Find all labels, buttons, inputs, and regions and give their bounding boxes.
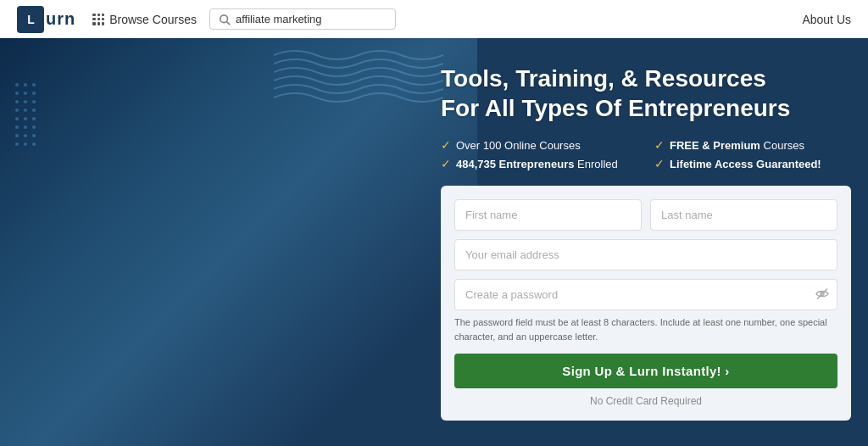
feature-item-4: ✓ Lifetime Access Guaranteed! [654,157,851,170]
check-icon-2: ✓ [654,138,665,152]
check-icon-3: ✓ [441,157,451,170]
browse-courses-button[interactable]: Browse Courses [92,13,197,26]
hero-content: Tools, Training, & ResourcesFor All Type… [0,38,868,446]
feature-text-3: 484,735 Entrepreneurs Enrolled [456,158,618,170]
svg-line-1 [227,21,231,25]
svg-line-27 [817,288,827,298]
password-wrapper [454,279,837,310]
about-us-link[interactable]: About Us [802,13,851,26]
feature-item-3: ✓ 484,735 Entrepreneurs Enrolled [441,157,637,170]
search-input[interactable] [236,13,380,25]
first-name-input[interactable] [454,199,642,231]
email-input[interactable] [454,239,837,270]
svg-point-0 [220,14,228,22]
feature-item-2: ✓ FREE & Premium Courses [654,138,851,152]
feature-text-2: FREE & Premium Courses [670,139,804,152]
check-icon-1: ✓ [441,138,451,152]
logo-text: urn [46,9,75,29]
signup-form: The password field must be at least 8 ch… [441,186,851,421]
logo[interactable]: L urn [17,6,75,33]
browse-courses-label: Browse Courses [109,13,197,26]
signup-button[interactable]: Sign Up & Lurn Instantly! › [454,354,837,388]
hero-section: Tools, Training, & ResourcesFor All Type… [0,38,868,446]
feature-item-1: ✓ Over 100 Online Courses [441,138,637,152]
search-bar[interactable] [209,8,396,30]
grid-icon [92,14,104,25]
hero-features: ✓ Over 100 Online Courses ✓ FREE & Premi… [441,138,851,170]
email-row [454,239,837,270]
hero-headline: Tools, Training, & ResourcesFor All Type… [441,64,851,123]
show-password-icon[interactable] [815,287,829,303]
feature-text-4: Lifetime Access Guaranteed! [670,158,821,170]
feature-text-1: Over 100 Online Courses [456,139,581,152]
search-icon [219,14,231,25]
last-name-input[interactable] [650,199,837,231]
no-credit-label: No Credit Card Required [454,395,837,407]
check-icon-4: ✓ [654,157,665,170]
password-hint: The password field must be at least 8 ch… [454,315,837,343]
navbar: L urn Browse Courses About Us [0,0,868,38]
logo-icon: L [17,6,44,33]
password-input[interactable] [454,279,837,310]
name-row [454,199,837,231]
